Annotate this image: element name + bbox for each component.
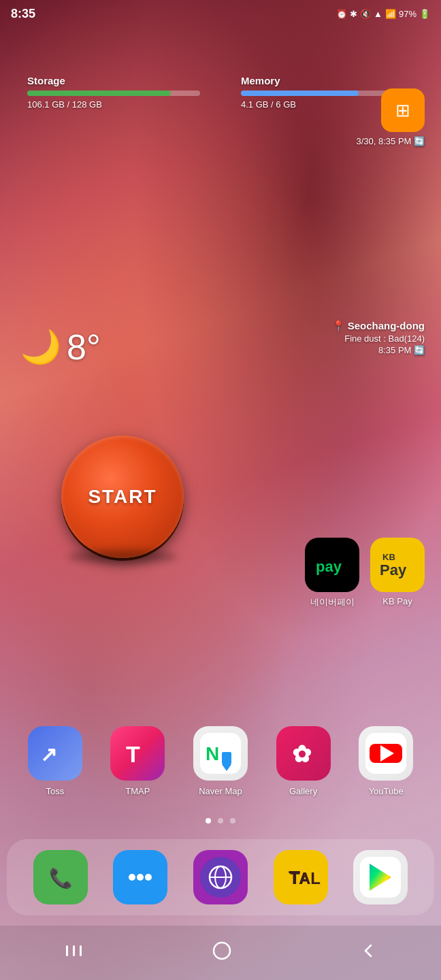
svg-text:📞: 📞: [49, 867, 73, 889]
weather-moon-icon: 🌙: [20, 328, 61, 366]
tmap-app[interactable]: T TMAP: [110, 726, 165, 796]
youtube-icon: [359, 726, 413, 781]
bluetooth-icon: ✱: [350, 9, 357, 19]
nav-bar: [0, 926, 441, 980]
svg-text:T: T: [126, 741, 140, 767]
back-button[interactable]: [353, 936, 383, 970]
svg-rect-7: [222, 752, 231, 764]
weather-temp: 8°: [67, 327, 101, 368]
weather-location-name: 📍 Seochang-dong: [332, 320, 425, 332]
svg-text:✿: ✿: [292, 741, 312, 767]
storage-widget: Storage 106.1 GB / 128 GB Memory 4.1 GB …: [27, 75, 414, 110]
memory-label: Memory: [241, 75, 414, 86]
storage-bar-bg: [27, 91, 200, 96]
location-pin-icon: 📍: [332, 320, 345, 331]
svg-text:Pay: Pay: [380, 561, 407, 578]
home-button[interactable]: [206, 934, 238, 971]
youtube-label: YouTube: [369, 786, 404, 796]
page-dot-3[interactable]: [230, 818, 235, 823]
kakao-app[interactable]: T A TALK: [274, 850, 328, 904]
widget-icon: ⊞: [395, 100, 410, 121]
naver-map-icon: N: [193, 726, 248, 781]
battery-icon: 🔋: [419, 9, 430, 19]
status-bar: 8:35 ⏰ ✱ 🔇 ▲ 📶 97% 🔋: [0, 0, 441, 27]
svg-point-16: [137, 874, 144, 881]
weather-dust: Fine dust : Bad(124): [332, 333, 425, 344]
status-time: 8:35: [11, 7, 35, 21]
start-button-container: START: [61, 436, 184, 558]
naver-pay-label: 네이버페이: [310, 596, 355, 608]
internet-app[interactable]: [193, 850, 248, 904]
svg-rect-28: [66, 945, 68, 956]
pay-apps: pay 네이버페이 KB Pay KB Pay: [305, 538, 425, 608]
blue-widget[interactable]: ⊞: [381, 88, 425, 132]
phone-app[interactable]: 📞: [33, 850, 88, 904]
gallery-icon: ✿: [276, 726, 331, 781]
recent-apps-button[interactable]: [58, 936, 91, 970]
internet-icon: [193, 850, 248, 904]
naver-pay-app[interactable]: pay 네이버페이: [305, 538, 359, 608]
toss-app[interactable]: ↗ Toss: [28, 726, 82, 796]
storage-value: 106.1 GB / 128 GB: [27, 99, 200, 110]
svg-text:N: N: [206, 743, 219, 764]
weather-time: 8:35 PM 🔄: [332, 345, 425, 355]
naver-map-label: Naver Map: [199, 786, 242, 796]
svg-rect-31: [214, 943, 230, 959]
gallery-label: Gallery: [289, 786, 317, 796]
messages-app[interactable]: [113, 850, 167, 904]
start-button-label: START: [88, 486, 157, 508]
datetime-widget: 3/30, 8:35 PM 🔄: [356, 136, 425, 146]
mute-icon: 🔇: [360, 9, 371, 19]
weather-location-widget: 📍 Seochang-dong Fine dust : Bad(124) 8:3…: [332, 320, 425, 355]
tmap-label: TMAP: [125, 786, 150, 796]
gallery-app[interactable]: ✿ Gallery: [276, 726, 331, 796]
page-indicators: [0, 818, 441, 823]
tmap-icon: T: [110, 726, 165, 781]
play-store-icon: [353, 850, 408, 904]
storage-label: Storage: [27, 75, 200, 86]
svg-rect-29: [73, 945, 75, 956]
svg-text:↗: ↗: [40, 743, 57, 766]
messages-icon: [113, 850, 167, 904]
svg-text:TALK: TALK: [290, 869, 321, 887]
phone-icon: 📞: [33, 850, 88, 904]
youtube-app[interactable]: YouTube: [359, 726, 413, 796]
app-row: ↗ Toss T TMAP N Naver Map ✿: [0, 726, 441, 796]
storage-bar-fill: [27, 91, 171, 96]
svg-point-17: [145, 874, 152, 881]
bottom-dock: 📞 T: [7, 839, 434, 915]
kb-pay-app[interactable]: KB Pay KB Pay: [370, 538, 425, 608]
storage-item: Storage 106.1 GB / 128 GB: [27, 75, 200, 110]
svg-rect-30: [80, 945, 82, 956]
page-dot-2[interactable]: [218, 818, 223, 823]
status-icons: ⏰ ✱ 🔇 ▲ 📶 97% 🔋: [336, 9, 430, 19]
start-button[interactable]: START: [61, 436, 184, 558]
kb-pay-label: KB Pay: [382, 596, 412, 606]
svg-point-15: [129, 874, 135, 881]
datetime-text: 3/30, 8:35 PM 🔄: [356, 136, 425, 146]
play-store-app[interactable]: [353, 850, 408, 904]
toss-icon: ↗: [28, 726, 82, 781]
alarm-icon: ⏰: [336, 9, 347, 19]
naver-pay-icon: pay: [305, 538, 359, 592]
signal-icon: 📶: [385, 9, 396, 19]
kakao-icon: T A TALK: [274, 850, 328, 904]
memory-bar-fill: [241, 91, 359, 96]
kb-pay-icon: KB Pay: [370, 538, 425, 592]
weather-widget: 🌙 8°: [20, 327, 101, 368]
wifi-icon: ▲: [374, 9, 382, 19]
svg-text:KB: KB: [382, 552, 395, 562]
page-dot-1[interactable]: [206, 818, 211, 823]
svg-text:pay: pay: [316, 558, 342, 575]
naver-map-app[interactable]: N Naver Map: [193, 726, 248, 796]
battery-text: 97%: [399, 9, 416, 19]
toss-label: Toss: [46, 786, 64, 796]
